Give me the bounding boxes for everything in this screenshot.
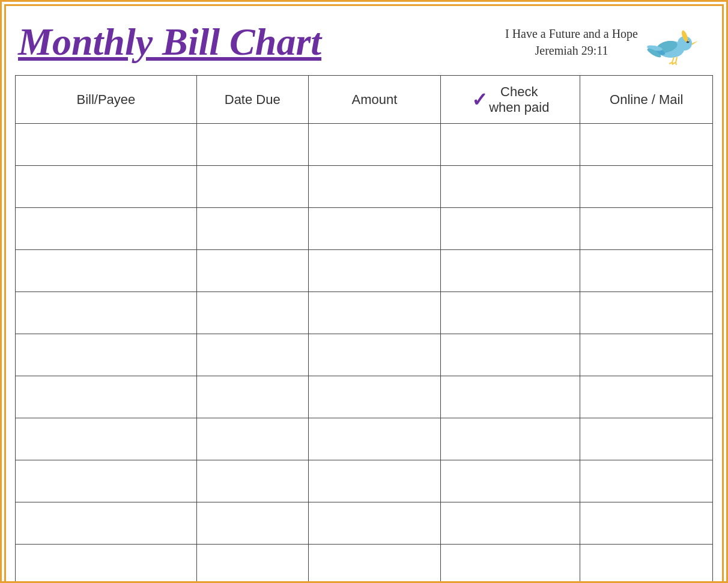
cell-date[interactable] [196,376,308,418]
cell-check[interactable] [441,460,580,502]
cell-check[interactable] [441,334,580,376]
cell-bill[interactable] [16,460,197,502]
tagline-area: I Have a Future and a Hope Jeremiah 29:1… [505,18,704,66]
cell-amount[interactable] [308,208,441,250]
cell-online[interactable] [580,334,713,376]
table-row [16,334,713,376]
cell-online[interactable] [580,502,713,545]
cell-bill[interactable] [16,376,197,418]
col-header-bill: Bill/Payee [16,76,197,124]
cell-date[interactable] [196,208,308,250]
cell-check[interactable] [441,502,580,545]
table-row [16,292,713,334]
cell-online[interactable] [580,545,713,584]
col-header-check: ✓ Checkwhen paid [441,76,580,124]
table-row [16,166,713,208]
table-row [16,376,713,418]
cell-amount[interactable] [308,376,441,418]
cell-online[interactable] [580,460,713,502]
cell-bill[interactable] [16,124,197,166]
cell-bill[interactable] [16,166,197,208]
tagline-line2: Jeremiah 29:11 [505,42,638,59]
cell-bill[interactable] [16,250,197,292]
checkmark-icon: ✓ [472,90,488,109]
svg-marker-4 [692,41,698,45]
cell-check[interactable] [441,292,580,334]
page-wrapper: Monthly Bill Chart I Have a Future and a… [2,2,726,581]
check-header-content: ✓ Checkwhen paid [444,84,577,115]
cell-online[interactable] [580,208,713,250]
svg-line-9 [672,57,674,63]
cell-amount[interactable] [308,502,441,545]
svg-line-12 [676,57,677,63]
cell-date[interactable] [196,250,308,292]
cell-amount[interactable] [308,166,441,208]
table-row [16,208,713,250]
cell-check[interactable] [441,376,580,418]
table-row [16,124,713,166]
table-row [16,545,713,584]
table-row [16,418,713,460]
cell-check[interactable] [441,250,580,292]
cell-amount[interactable] [308,460,441,502]
table-container: Bill/Payee Date Due Amount ✓ [6,75,722,583]
cell-online[interactable] [580,418,713,460]
table-body [16,124,713,584]
outer-border: Monthly Bill Chart I Have a Future and a… [4,4,724,583]
cell-check[interactable] [441,208,580,250]
cell-amount[interactable] [308,250,441,292]
svg-line-14 [676,63,676,65]
cell-bill[interactable] [16,502,197,545]
col-header-amount: Amount [308,76,441,124]
cell-amount[interactable] [308,124,441,166]
cell-online[interactable] [580,376,713,418]
table-row [16,460,713,502]
table-row [16,250,713,292]
cell-date[interactable] [196,292,308,334]
svg-point-3 [688,40,689,41]
cell-date[interactable] [196,545,308,584]
bird-decoration [644,18,704,66]
cell-bill[interactable] [16,545,197,584]
cell-online[interactable] [580,292,713,334]
check-when-paid-label: Checkwhen paid [489,84,549,115]
svg-line-11 [672,63,673,65]
cell-date[interactable] [196,502,308,545]
cell-bill[interactable] [16,418,197,460]
table-row [16,502,713,545]
col-header-online: Online / Mail [580,76,713,124]
cell-online[interactable] [580,124,713,166]
cell-check[interactable] [441,124,580,166]
main-title: Monthly Bill Chart [18,21,321,63]
cell-bill[interactable] [16,292,197,334]
bill-chart-table: Bill/Payee Date Due Amount ✓ [15,75,713,583]
col-header-date: Date Due [196,76,308,124]
cell-date[interactable] [196,418,308,460]
cell-date[interactable] [196,334,308,376]
cell-check[interactable] [441,418,580,460]
cell-online[interactable] [580,166,713,208]
cell-amount[interactable] [308,418,441,460]
tagline-line1: I Have a Future and a Hope [505,25,638,42]
cell-date[interactable] [196,460,308,502]
cell-bill[interactable] [16,208,197,250]
cell-amount[interactable] [308,292,441,334]
cell-date[interactable] [196,124,308,166]
cell-online[interactable] [580,250,713,292]
cell-bill[interactable] [16,334,197,376]
cell-amount[interactable] [308,545,441,584]
cell-check[interactable] [441,545,580,584]
table-header-row: Bill/Payee Date Due Amount ✓ [16,76,713,124]
cell-check[interactable] [441,166,580,208]
page-header: Monthly Bill Chart I Have a Future and a… [6,6,722,75]
cell-amount[interactable] [308,334,441,376]
title-area: Monthly Bill Chart [18,21,321,63]
tagline-text: I Have a Future and a Hope Jeremiah 29:1… [505,25,638,59]
cell-date[interactable] [196,166,308,208]
